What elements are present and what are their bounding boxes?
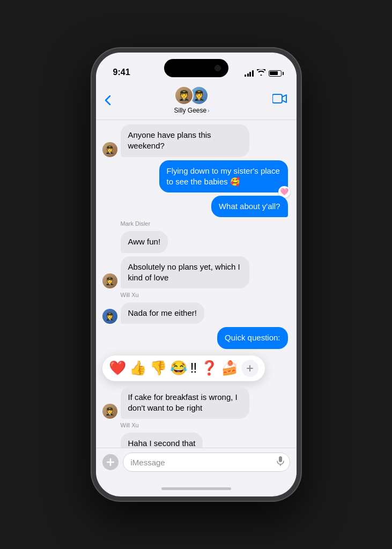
bubble-msg4: Aww fun! <box>121 231 168 253</box>
mic-button[interactable] <box>277 456 284 468</box>
add-attachment-button[interactable] <box>102 454 119 470</box>
bubble-text-msg5: Absolutely no plans yet, which I kind of… <box>128 262 240 282</box>
emoji-question[interactable]: ❓ <box>201 360 218 376</box>
bubble-text-msg4: Aww fun! <box>128 237 161 246</box>
signal-bars-icon <box>245 70 254 77</box>
nav-avatars: 🧑‍✈️ 🧑‍✈️ <box>174 86 209 105</box>
signal-bar-4 <box>252 70 254 77</box>
video-call-button[interactable] <box>272 93 287 107</box>
emoji-thumbsup[interactable]: 👍 <box>129 360 146 376</box>
message-row: 🧑‍✈️ Anyone have plans this weekend? <box>102 124 290 157</box>
message-input-field[interactable]: iMessage <box>123 452 290 472</box>
message-row-sent-partial: Quick question: <box>102 327 290 348</box>
home-indicator <box>96 480 297 496</box>
wifi-icon <box>257 69 265 77</box>
dynamic-island <box>164 59 228 77</box>
message-row-recv8: 🧑‍✈️ If cake for breakfast is wrong, I d… <box>102 387 290 419</box>
sender-label-mark: Mark Disler <box>121 220 290 227</box>
bubble-text-msg6: Nada for me either! <box>128 308 197 317</box>
message-row-sent1: Flying down to my sister's place to see … <box>159 160 288 193</box>
message-row-recv4: Aww fun! <box>102 231 290 253</box>
nav-bar: 🧑‍✈️ 🧑‍✈️ Silly Geese › <box>96 81 297 120</box>
bubble-msg3: What about y'all? <box>211 196 288 217</box>
emoji-haha[interactable]: 😂 <box>170 360 187 376</box>
emoji-exclaim[interactable]: ‼️ <box>190 360 197 376</box>
screen: 9:41 <box>96 53 297 496</box>
emoji-bar-add[interactable] <box>241 360 258 377</box>
avatar-msg5: 🧑‍✈️ <box>102 273 117 288</box>
svg-rect-0 <box>272 94 282 103</box>
bubble-text-msg8: If cake for breakfast is wrong, I don't … <box>128 392 238 412</box>
battery-icon <box>269 70 282 77</box>
message-row-recv5: 🧑‍✈️ Absolutely no plans yet, which I ki… <box>102 256 290 289</box>
bubble-text-msg7: Quick question: <box>225 333 280 342</box>
nav-center[interactable]: 🧑‍✈️ 🧑‍✈️ Silly Geese › <box>174 86 209 114</box>
avatar-msg8: 🧑‍✈️ <box>102 404 117 419</box>
status-icons <box>245 69 282 77</box>
home-bar <box>161 487 231 490</box>
signal-bar-2 <box>247 73 249 77</box>
avatar-msg6: 🧑‍✈️ <box>102 309 117 324</box>
emoji-cake[interactable]: 🍰 <box>221 360 238 376</box>
messages-area[interactable]: 🧑‍✈️ Anyone have plans this weekend? Fly… <box>96 120 297 448</box>
phone-frame: 9:41 <box>92 48 301 501</box>
bubble-msg6: Nada for me either! <box>121 302 204 324</box>
bubble-text-msg9: Haha I second that <box>128 439 196 448</box>
group-name: Silly Geese <box>174 107 206 114</box>
avatar-1: 🧑‍✈️ <box>174 86 194 105</box>
message-row-sent2: What about y'all? <box>102 196 288 217</box>
emoji-thumbsdown[interactable]: 👎 <box>150 360 167 376</box>
emoji-bar: ❤️ 👍 👎 😂 ‼️ ❓ 🍰 <box>102 355 265 381</box>
signal-bar-3 <box>249 72 251 77</box>
input-placeholder: iMessage <box>131 458 165 467</box>
emoji-bar-container: ❤️ 👍 👎 😂 ‼️ ❓ 🍰 <box>102 355 290 381</box>
bubble-msg9: Haha I second that <box>121 433 203 448</box>
bubble-msg5: Absolutely no plans yet, which I kind of… <box>121 256 249 289</box>
input-bar: iMessage <box>96 448 297 480</box>
nav-title: Silly Geese › <box>174 107 209 114</box>
svg-rect-1 <box>279 456 282 462</box>
battery-fill <box>270 71 278 75</box>
emoji-heart[interactable]: ❤️ <box>109 360 126 376</box>
message-row-recv6: 🧑‍✈️ Nada for me either! <box>102 302 290 324</box>
signal-bar-1 <box>245 75 246 77</box>
message-row-recv9: Haha I second that 👟👟 <box>102 433 290 448</box>
bubble-text-msg2: Flying down to my sister's place to see … <box>167 166 280 186</box>
sender-label-will2: Will Xu <box>121 422 290 428</box>
bubble-text-msg3: What about y'all? <box>219 202 280 211</box>
bubble-text-msg1: Anyone have plans this weekend? <box>128 130 211 150</box>
bubble-msg2: Flying down to my sister's place to see … <box>159 160 288 193</box>
bubble-msg8: If cake for breakfast is wrong, I don't … <box>121 387 249 419</box>
nav-chevron-icon: › <box>208 108 209 114</box>
avatar-msg1: 🧑‍✈️ <box>102 142 117 157</box>
back-button[interactable] <box>105 95 111 106</box>
status-time: 9:41 <box>113 68 130 77</box>
bubble-msg7: Quick question: <box>217 327 287 348</box>
sender-label-will1: Will Xu <box>121 292 290 298</box>
bubble-msg1: Anyone have plans this weekend? <box>121 124 249 157</box>
